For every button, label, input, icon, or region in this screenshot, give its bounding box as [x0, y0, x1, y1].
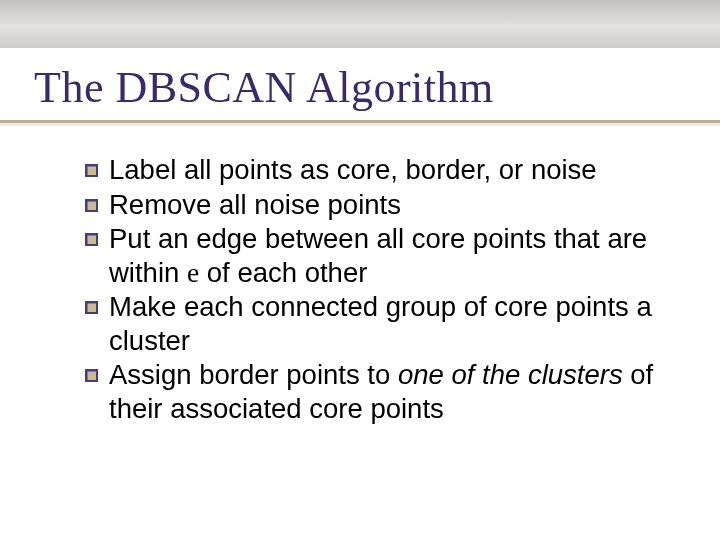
list-item: Put an edge between all core points that…	[85, 222, 665, 289]
list-item-text: Assign border points to one of the clust…	[109, 359, 653, 424]
list-item-text: Make each connected group of core points…	[109, 291, 652, 356]
list-item: Remove all noise points	[85, 188, 665, 222]
svg-rect-5	[88, 236, 97, 245]
list-item-text: Put an edge between all core points that…	[109, 223, 647, 288]
bullet-icon	[85, 369, 98, 382]
list-item: Assign border points to one of the clust…	[85, 358, 665, 425]
svg-rect-9	[88, 372, 97, 381]
italic-text: one of the clusters	[398, 359, 623, 390]
list-item-text: Remove all noise points	[109, 189, 401, 220]
title-underline	[0, 120, 720, 123]
text-segment: Assign border points to	[109, 359, 398, 390]
bullet-list: Label all points as core, border, or noi…	[85, 153, 665, 426]
epsilon-symbol: e	[187, 257, 199, 288]
slide: The DBSCAN Algorithm Label all points as…	[0, 0, 720, 540]
svg-rect-3	[88, 201, 97, 210]
bullet-icon	[85, 301, 98, 314]
svg-rect-7	[88, 304, 97, 313]
list-item: Make each connected group of core points…	[85, 290, 665, 357]
text-segment: of each other	[199, 257, 367, 288]
bullet-icon	[85, 233, 98, 246]
list-item-text: Label all points as core, border, or noi…	[109, 154, 597, 185]
list-item: Label all points as core, border, or noi…	[85, 153, 665, 187]
slide-title: The DBSCAN Algorithm	[34, 62, 494, 113]
header-gradient-bar	[0, 0, 720, 48]
bullet-icon	[85, 164, 98, 177]
svg-rect-1	[88, 167, 97, 176]
bullet-icon	[85, 199, 98, 212]
